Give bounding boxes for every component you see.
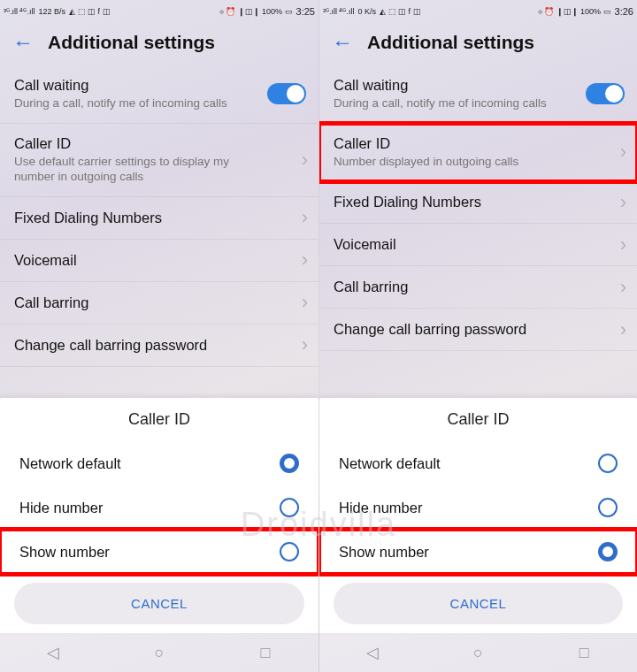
back-icon[interactable]: ←	[332, 32, 353, 53]
nav-bar: ◁ ○ □	[319, 633, 637, 672]
row-label: Change call barring password	[14, 337, 287, 354]
radio-unselected-icon[interactable]	[598, 498, 618, 517]
status-icons-right: ⟐ ⏰ ❙◫❙ 100% ▭	[219, 8, 293, 16]
row-subtitle: During a call, notify me of incoming cal…	[334, 95, 605, 111]
row-fixed-dialing[interactable]: Fixed Dialing Numbers ›	[319, 181, 637, 224]
row-caller-id[interactable]: Caller ID Use default carrier settings t…	[0, 124, 318, 197]
option-hide-number[interactable]: Hide number	[0, 485, 318, 530]
status-icons-right: ⟐ ⏰ ❙◫❙ 100% ▭	[538, 8, 611, 16]
radio-unselected-icon[interactable]	[280, 498, 299, 517]
cancel-button[interactable]: CANCEL	[14, 583, 304, 624]
row-call-waiting[interactable]: Call waiting During a call, notify me of…	[0, 65, 318, 124]
radio-selected-icon[interactable]	[280, 454, 299, 473]
row-voicemail[interactable]: Voicemail ›	[319, 224, 637, 266]
row-subtitle: Number displayed in outgoing calls	[334, 154, 605, 170]
back-icon[interactable]: ←	[12, 32, 34, 53]
row-call-barring[interactable]: Call barring ›	[319, 266, 637, 309]
option-label: Hide number	[339, 500, 422, 516]
row-call-barring[interactable]: Call barring ›	[0, 282, 318, 325]
option-label: Show number	[19, 544, 110, 561]
clock: 3:26	[615, 6, 633, 17]
chevron-right-icon: ›	[302, 333, 308, 356]
radio-unselected-icon[interactable]	[598, 454, 618, 473]
chevron-right-icon: ›	[620, 318, 626, 341]
network-indicator: ³ᴳ.ıll ⁴ᴳ.ıll	[4, 8, 35, 16]
row-change-password[interactable]: Change call barring password ›	[0, 325, 318, 367]
row-label: Voicemail	[334, 236, 605, 253]
chevron-right-icon: ›	[620, 191, 626, 214]
nav-recent-icon[interactable]: □	[256, 643, 275, 662]
nav-home-icon[interactable]: ○	[468, 643, 487, 662]
option-label: Network default	[19, 455, 121, 472]
radio-unselected-icon[interactable]	[280, 542, 299, 561]
sheet-title: Caller ID	[319, 410, 637, 441]
nav-back-icon[interactable]: ◁	[43, 643, 63, 662]
network-indicator: ³ᴳ.ıll ⁴ᴳ.ıll	[323, 8, 355, 16]
phone-left: ³ᴳ.ıll ⁴ᴳ.ıll 122 B/s ◭ ⬚ ◫ f ◫ ⟐ ⏰ ❙◫❙ …	[0, 0, 318, 672]
caller-id-sheet: Caller ID Network default Hide number Sh…	[319, 398, 637, 633]
option-show-number[interactable]: Show number	[0, 530, 318, 574]
chevron-right-icon: ›	[302, 206, 308, 229]
chevron-right-icon: ›	[302, 248, 308, 271]
chevron-right-icon: ›	[620, 276, 626, 299]
chevron-right-icon: ›	[302, 291, 308, 314]
row-label: Call barring	[334, 279, 605, 295]
row-label: Caller ID	[14, 135, 287, 152]
caller-id-sheet: Caller ID Network default Hide number Sh…	[0, 398, 318, 633]
clock: 3:25	[296, 6, 315, 17]
settings-list: Call waiting During a call, notify me of…	[319, 65, 637, 351]
option-label: Hide number	[19, 500, 103, 516]
option-network-default[interactable]: Network default	[0, 441, 318, 485]
nav-bar: ◁ ○ □	[0, 633, 318, 672]
option-network-default[interactable]: Network default	[319, 441, 637, 485]
radio-selected-icon[interactable]	[598, 542, 618, 561]
row-subtitle: During a call, notify me of incoming cal…	[14, 95, 287, 111]
nav-recent-icon[interactable]: □	[574, 643, 594, 662]
cancel-button[interactable]: CANCEL	[334, 583, 623, 624]
row-change-password[interactable]: Change call barring password ›	[319, 309, 637, 351]
row-call-waiting[interactable]: Call waiting During a call, notify me of…	[319, 65, 637, 124]
row-label: Caller ID	[334, 135, 605, 152]
nav-back-icon[interactable]: ◁	[363, 643, 382, 662]
row-caller-id[interactable]: Caller ID Number displayed in outgoing c…	[319, 124, 637, 182]
row-label: Fixed Dialing Numbers	[334, 194, 605, 210]
header: ← Additional settings	[0, 23, 318, 65]
chevron-right-icon: ›	[620, 233, 626, 256]
status-bar: ³ᴳ.ıll ⁴ᴳ.ıll 122 B/s ◭ ⬚ ◫ f ◫ ⟐ ⏰ ❙◫❙ …	[0, 0, 318, 23]
page-title: Additional settings	[48, 32, 215, 53]
option-label: Show number	[339, 544, 429, 561]
row-subtitle: Use default carrier settings to display …	[14, 154, 287, 185]
toggle-on-icon[interactable]	[586, 83, 625, 104]
option-show-number[interactable]: Show number	[319, 530, 637, 574]
row-label: Voicemail	[14, 252, 287, 269]
settings-list: Call waiting During a call, notify me of…	[0, 65, 318, 367]
row-label: Call waiting	[14, 77, 287, 94]
row-label: Fixed Dialing Numbers	[14, 210, 287, 226]
option-label: Network default	[339, 455, 441, 472]
row-fixed-dialing[interactable]: Fixed Dialing Numbers ›	[0, 197, 318, 240]
option-hide-number[interactable]: Hide number	[319, 485, 637, 530]
sheet-title: Caller ID	[0, 410, 318, 441]
header: ← Additional settings	[319, 23, 637, 65]
phone-right: ³ᴳ.ıll ⁴ᴳ.ıll 0 K/s ◭ ⬚ ◫ f ◫ ⟐ ⏰ ❙◫❙ 10…	[318, 0, 637, 672]
row-label: Change call barring password	[334, 321, 605, 338]
nav-home-icon[interactable]: ○	[150, 643, 169, 662]
status-bar: ³ᴳ.ıll ⁴ᴳ.ıll 0 K/s ◭ ⬚ ◫ f ◫ ⟐ ⏰ ❙◫❙ 10…	[319, 0, 637, 23]
toggle-on-icon[interactable]	[267, 83, 306, 104]
row-voicemail[interactable]: Voicemail ›	[0, 240, 318, 282]
row-label: Call waiting	[334, 77, 605, 94]
status-icons-left: ◭ ⬚ ◫ f ◫	[380, 8, 421, 16]
status-icons-left: ◭ ⬚ ◫ f ◫	[69, 8, 111, 16]
page-title: Additional settings	[367, 32, 534, 53]
chevron-right-icon: ›	[302, 149, 308, 172]
data-speed: 0 K/s	[358, 8, 377, 16]
chevron-right-icon: ›	[620, 141, 626, 164]
data-speed: 122 B/s	[39, 8, 66, 16]
row-label: Call barring	[14, 294, 287, 311]
